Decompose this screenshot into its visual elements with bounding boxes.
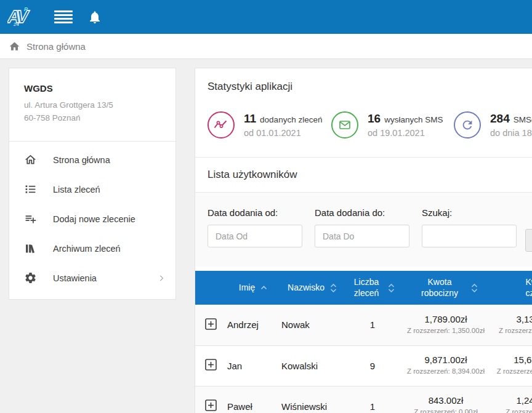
svg-text:P: P <box>24 6 28 12</box>
logo-icon: AV P 24 <box>7 6 37 29</box>
cell-order-count: 1 <box>344 305 401 345</box>
cell-parts-amount: 3,139.00zł <box>491 314 532 324</box>
expand-row-icon[interactable] <box>205 399 217 411</box>
sort-icon[interactable] <box>471 284 478 292</box>
filters-bar: Data dodania od: Data dodania do: Szukaj… <box>195 193 532 267</box>
date-from-input[interactable] <box>208 225 302 247</box>
expand-column-header <box>195 271 226 305</box>
home-icon <box>24 153 37 166</box>
cell-first-name: Jan <box>226 345 280 386</box>
company-address-line1: ul. Artura Grottgera 13/5 <box>24 99 161 112</box>
chevron-right-icon <box>157 274 166 283</box>
stat-label: dodanych zleceń <box>260 115 322 124</box>
company-info: WGDS ul. Artura Grottgera 13/5 60-758 Po… <box>9 68 175 142</box>
stat-value: 16 <box>368 112 381 126</box>
column-header-liczba-zlecen[interactable]: Liczba zleceń <box>344 271 401 305</box>
menu-icon[interactable] <box>54 10 73 24</box>
stats-row: 11 dodanych zleceń od 01.01.2021 16 wysł… <box>207 106 532 143</box>
filter-date-from: Data dodania od: <box>208 207 302 247</box>
filter-search: Szukaj: <box>422 207 517 247</box>
home-icon[interactable] <box>9 41 20 52</box>
column-header-kwota-robocizny[interactable]: Kwota robocizny <box>401 271 491 305</box>
table-row: Andrzej Nowak 1 1,789.00zł Z rozszerzeń:… <box>195 305 532 345</box>
cell-parts-note: Z rozszerzeń: 13,394.00zł <box>491 367 532 377</box>
stats-title: Statystyki aplikacji <box>195 68 532 93</box>
refresh-icon <box>453 111 482 139</box>
cell-parts-note: Z rozszerzeń: 0.00zł <box>491 407 532 413</box>
cell-parts-amount: 15,671.00zł <box>491 355 532 365</box>
date-to-input[interactable] <box>315 225 409 247</box>
sidebar-item-label: Dodaj nowe zlecenie <box>53 214 166 224</box>
sort-icon[interactable] <box>330 284 337 292</box>
svg-text:24: 24 <box>13 22 19 27</box>
sort-icon[interactable] <box>388 284 395 292</box>
stat-sms-remaining: 284 SMSów do dnia 18.02.2021 <box>453 111 532 139</box>
expand-row-icon[interactable] <box>205 359 217 371</box>
stat-label: wysłanych SMS <box>384 115 443 124</box>
sidebar-menu: Strona główna Lista zleceń Dodaj nowe zl… <box>9 142 175 299</box>
sidebar-item-lista-zlecen[interactable]: Lista zleceń <box>9 175 175 204</box>
sidebar-item-dodaj-nowe-zlecenie[interactable]: Dodaj nowe zlecenie <box>9 204 175 234</box>
stat-date: od 19.01.2021 <box>368 128 443 138</box>
column-header-kwota-czesci[interactable]: Kwota części <box>491 271 532 305</box>
company-name: WGDS <box>24 83 161 94</box>
sidebar-item-strona-glowna[interactable]: Strona główna <box>9 145 175 175</box>
cell-last-name: Nowak <box>280 305 344 345</box>
stat-date: od 01.01.2021 <box>244 128 322 138</box>
cell-order-count: 9 <box>344 345 401 386</box>
filter-label: Data dodania od: <box>208 207 302 218</box>
playlist-add-icon <box>24 212 37 225</box>
breadcrumb: Strona główna <box>0 34 532 59</box>
breadcrumb-label[interactable]: Strona główna <box>26 41 86 52</box>
cell-order-count: 1 <box>344 386 401 413</box>
table-header-row: Imię Nazwisko <box>195 271 532 305</box>
column-header-imie[interactable]: Imię <box>226 271 280 305</box>
trending-chart-icon <box>207 111 235 139</box>
cell-parts-note: Z rozszerzeń: 2,350.00zł <box>491 326 532 336</box>
gear-icon <box>24 271 37 284</box>
sidebar-item-archiwum-zlecen[interactable]: Archiwum zleceń <box>9 234 175 263</box>
users-table: Imię Nazwisko <box>195 271 532 413</box>
column-header-nazwisko[interactable]: Nazwisko <box>280 271 344 305</box>
expand-row-icon[interactable] <box>205 318 217 330</box>
archive-icon <box>24 242 37 255</box>
cell-labor-amount: 1,789.00zł <box>401 314 491 324</box>
cell-last-name: Wiśniewski <box>280 386 344 413</box>
cell-first-name: Andrzej <box>226 305 280 345</box>
sidebar-item-label: Archiwum zleceń <box>53 244 166 254</box>
cell-labor-note: Z rozszerzeń: 8,394.00zł <box>401 367 491 377</box>
filter-label: Data dodania do: <box>315 207 409 218</box>
search-input[interactable] <box>422 225 517 247</box>
sidebar-item-ustawienia[interactable]: Ustawienia <box>9 263 175 293</box>
cell-labor-amount: 9,871.00zł <box>401 355 491 365</box>
top-navbar: AV P 24 <box>0 0 532 34</box>
stat-label: SMSów <box>514 115 532 124</box>
sidebar-item-label: Strona główna <box>53 155 166 165</box>
filter-label: Szukaj: <box>422 207 517 218</box>
envelope-icon <box>331 111 359 139</box>
sidebar-item-label: Lista zleceń <box>53 185 166 194</box>
cell-last-name: Kowalski <box>280 345 344 386</box>
cell-parts-amount: 1,243.00zł <box>491 395 532 406</box>
stat-date: do dnia 18.02.2021 <box>490 128 532 138</box>
stat-sent-sms: 16 wysłanych SMS od 19.01.2021 <box>331 111 453 139</box>
table-row: Paweł Wiśniewski 1 843.00zł Z rozszerzeń… <box>195 386 532 413</box>
partial-control[interactable] <box>525 229 532 252</box>
main-content: Statystyki aplikacji 11 dodanych zleceń … <box>195 68 532 413</box>
table-row: Jan Kowalski 9 9,871.00zł Z rozszerzeń: … <box>195 345 532 386</box>
list-icon <box>24 183 37 196</box>
cell-labor-amount: 843.00zł <box>401 395 491 406</box>
app-logo[interactable]: AV P 24 <box>7 6 37 29</box>
notifications-bell-icon[interactable] <box>87 10 102 25</box>
stat-value: 284 <box>490 112 510 126</box>
cell-labor-note: Z rozszerzeń: 1,350.00zł <box>401 326 491 336</box>
users-title: Lista użytkowników <box>195 158 532 181</box>
stat-added-orders: 11 dodanych zleceń od 01.01.2021 <box>207 111 331 139</box>
sidebar: WGDS ul. Artura Grottgera 13/5 60-758 Po… <box>9 68 176 300</box>
stat-value: 11 <box>244 112 256 126</box>
sort-asc-icon[interactable] <box>260 286 267 290</box>
company-address-line2: 60-758 Poznań <box>24 112 161 125</box>
filter-date-to: Data dodania do: <box>315 207 409 247</box>
cell-first-name: Paweł <box>226 386 280 413</box>
cell-labor-note: Z rozszerzeń: 0.00zł <box>401 407 491 413</box>
